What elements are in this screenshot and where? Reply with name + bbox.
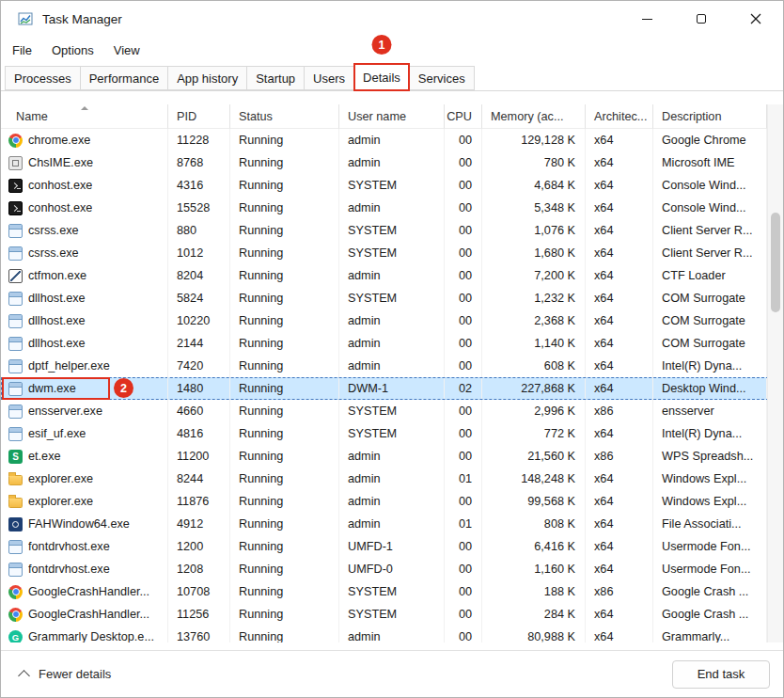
tab-users[interactable]: Users	[304, 66, 354, 90]
cell-pid: 10220	[168, 309, 230, 332]
table-row-conhost-exe[interactable]: conhost.exe15528Runningadmin005,348 Kx64…	[1, 197, 783, 219]
scrollbar-thumb[interactable]	[771, 213, 780, 312]
table-row-fontdrvhost-exe[interactable]: fontdrvhost.exe1200RunningUMFD-1006,416 …	[1, 535, 783, 558]
cell-user: SYSTEM	[339, 422, 445, 445]
process-name: dwm.exe	[28, 377, 76, 400]
folder-icon	[8, 475, 23, 485]
menu-item-view[interactable]: View	[114, 40, 150, 60]
table-row-csrss-exe[interactable]: csrss.exe1012RunningSYSTEM001,680 Kx64Cl…	[1, 242, 783, 264]
window-title: Task Manager	[42, 12, 122, 26]
column-header-name[interactable]: Name	[1, 104, 168, 129]
cell-name: explorer.exe	[1, 468, 168, 490]
table-row-explorer-exe[interactable]: explorer.exe11876Runningadmin0099,568 Kx…	[1, 490, 783, 513]
details-table: NamePIDStatusUser nameCPUMemory (ac...Ar…	[1, 104, 783, 642]
table-row-dllhost-exe[interactable]: dllhost.exe5824RunningSYSTEM001,232 Kx64…	[1, 287, 783, 309]
cell-cpu: 00	[445, 422, 482, 445]
cell-name: esif_uf.exe	[1, 422, 168, 445]
column-header-label: Description	[662, 110, 721, 123]
cell-desc: Google Chrome	[653, 129, 767, 151]
table-row-csrss-exe[interactable]: csrss.exe880RunningSYSTEM001,076 Kx64Cli…	[1, 219, 783, 242]
tab-label: App history	[177, 71, 238, 86]
cell-user: UMFD-0	[339, 558, 445, 580]
minimize-button[interactable]	[619, 1, 674, 37]
menu-item-file[interactable]: File	[12, 40, 42, 60]
menu-item-options[interactable]: Options	[52, 40, 104, 60]
table-row-conhost-exe[interactable]: conhost.exe4316RunningSYSTEM004,684 Kx64…	[1, 174, 783, 197]
table-row-googlecrashhandler[interactable]: GoogleCrashHandler...10708RunningSYSTEM0…	[1, 580, 783, 603]
cell-cpu: 00	[445, 603, 482, 626]
table-row-et-exe[interactable]: et.exe11200Runningadmin0021,560 Kx86WPS …	[1, 445, 783, 468]
cell-user: admin	[339, 129, 445, 151]
process-name: fontdrvhost.exe	[28, 535, 110, 558]
tab-details[interactable]: Details1	[353, 63, 410, 91]
table-row-chsime-exe[interactable]: ChsIME.exe8768Runningadmin00780 Kx64Micr…	[1, 151, 783, 174]
cell-pid: 4316	[168, 174, 230, 197]
tab-performance[interactable]: Performance	[80, 66, 168, 90]
cell-memory: 780 K	[482, 151, 586, 174]
tab-startup[interactable]: Startup	[246, 66, 305, 90]
cell-user: admin	[339, 151, 445, 174]
tab-services[interactable]: Services	[409, 66, 475, 90]
cell-memory: 227,868 K	[482, 377, 586, 400]
table-row-grammarly-desktop-e[interactable]: Grammarly Desktop.e...13760Runningadmin0…	[1, 626, 783, 642]
cell-cpu: 00	[445, 242, 482, 264]
tab-processes[interactable]: Processes	[5, 66, 81, 90]
sort-ascending-icon	[81, 106, 88, 110]
cell-name: csrss.exe	[1, 242, 168, 264]
table-row-dptf-helper-exe[interactable]: dptf_helper.exe7420Runningadmin00608 Kx6…	[1, 355, 783, 377]
table-header: NamePIDStatusUser nameCPUMemory (ac...Ar…	[1, 104, 783, 129]
cell-name: fontdrvhost.exe	[1, 558, 168, 580]
cell-name: FAHWindow64.exe	[1, 513, 168, 535]
column-header-status[interactable]: Status	[230, 104, 339, 129]
cell-memory: 4,684 K	[482, 174, 586, 197]
cell-arch: x64	[586, 558, 653, 580]
cell-desc: Usermode Fon...	[653, 535, 767, 558]
fewer-details-toggle[interactable]: Fewer details	[14, 667, 111, 681]
cell-user: admin	[339, 197, 445, 219]
process-name: esif_uf.exe	[28, 422, 86, 445]
end-task-button[interactable]: End task	[672, 660, 770, 689]
tab-app-history[interactable]: App history	[167, 66, 247, 90]
table-row-dllhost-exe[interactable]: dllhost.exe2144Runningadmin001,140 Kx64C…	[1, 332, 783, 355]
cell-arch: x64	[586, 603, 653, 626]
column-header-description[interactable]: Description	[653, 104, 767, 129]
column-header-user-name[interactable]: User name	[339, 104, 445, 129]
column-header-cpu[interactable]: CPU	[445, 104, 482, 129]
tab-label: Performance	[89, 71, 159, 86]
cell-cpu: 00	[445, 558, 482, 580]
table-row-googlecrashhandler[interactable]: GoogleCrashHandler...11256RunningSYSTEM0…	[1, 603, 783, 626]
maximize-button[interactable]	[674, 1, 729, 37]
table-row-esif-uf-exe[interactable]: esif_uf.exe4816RunningSYSTEM00772 Kx64In…	[1, 422, 783, 445]
scrollbar[interactable]	[767, 104, 783, 642]
table-body: chrome.exe11228Runningadmin00129,128 Kx6…	[1, 129, 783, 642]
table-row-explorer-exe[interactable]: explorer.exe8244Runningadmin01148,248 Kx…	[1, 468, 783, 490]
cell-arch: x64	[586, 332, 653, 355]
table-row-dwm-exe[interactable]: dwm.exe21480RunningDWM-102227,868 Kx64De…	[1, 377, 783, 400]
column-header-memory-ac[interactable]: Memory (ac...	[482, 104, 586, 129]
table-row-fahwindow64-exe[interactable]: FAHWindow64.exe4912Runningadmin01808 Kx6…	[1, 513, 783, 535]
table-row-chrome-exe[interactable]: chrome.exe11228Runningadmin00129,128 Kx6…	[1, 129, 783, 151]
annotation-badge-2: 2	[114, 378, 133, 398]
cell-arch: x64	[586, 490, 653, 513]
cell-cpu: 00	[445, 197, 482, 219]
column-header-architec[interactable]: Architec...	[586, 104, 653, 129]
footer-bar: Fewer details End task	[1, 650, 783, 697]
cell-pid: 11876	[168, 490, 230, 513]
close-icon	[750, 13, 761, 24]
table-row-ensserver-exe[interactable]: ensserver.exe4660RunningSYSTEM002,996 Kx…	[1, 400, 783, 422]
cell-pid: 8768	[168, 151, 230, 174]
table-row-dllhost-exe[interactable]: dllhost.exe10220Runningadmin002,368 Kx64…	[1, 309, 783, 332]
column-header-pid[interactable]: PID	[168, 104, 230, 129]
cell-memory: 1,232 K	[482, 287, 586, 309]
process-name: ChsIME.exe	[28, 151, 93, 174]
table-row-ctfmon-exe[interactable]: ctfmon.exe8204Runningadmin007,200 Kx64CT…	[1, 264, 783, 287]
close-button[interactable]	[729, 1, 783, 37]
chevron-up-icon	[18, 670, 30, 682]
table-row-fontdrvhost-exe[interactable]: fontdrvhost.exe1208RunningUMFD-0001,160 …	[1, 558, 783, 580]
column-header-label: Memory (ac...	[491, 110, 564, 123]
cell-name: et.exe	[1, 445, 168, 468]
cell-status: Running	[230, 603, 339, 626]
cell-pid: 4660	[168, 400, 230, 422]
cell-arch: x86	[586, 445, 653, 468]
cell-arch: x64	[586, 535, 653, 558]
